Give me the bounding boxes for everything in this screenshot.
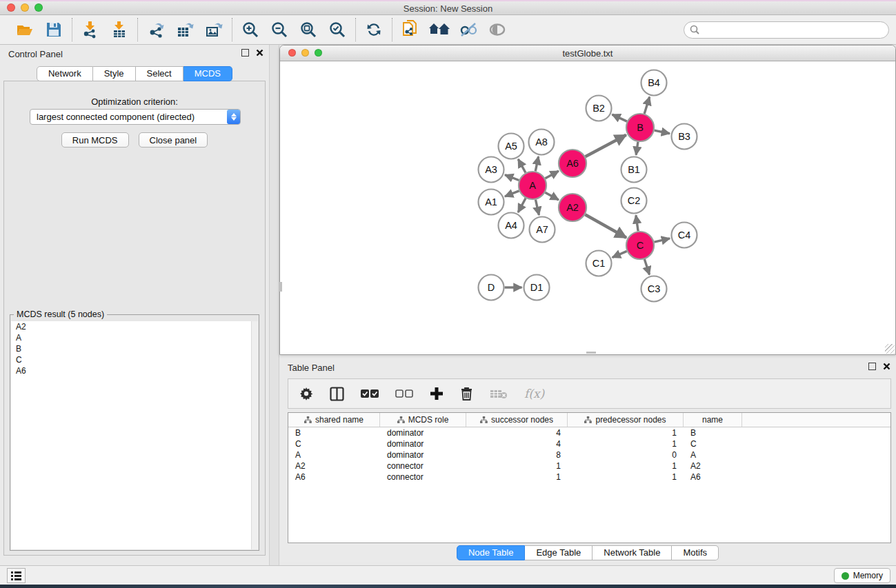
memory-button[interactable]: Memory — [834, 568, 890, 583]
graph-edge-A-A5[interactable] — [518, 159, 526, 173]
table-panel: Table Panel — [279, 358, 896, 562]
network-maximize-icon[interactable] — [315, 49, 322, 57]
graph-edge-B-B1[interactable] — [636, 142, 638, 155]
network-minimize-icon[interactable] — [301, 49, 309, 57]
canvas-h-scrollbar[interactable] — [586, 352, 596, 354]
zoom-in-button[interactable] — [239, 19, 261, 41]
graph-edge-A2-C[interactable] — [585, 214, 626, 237]
tab-node-table[interactable]: Node Table — [457, 545, 526, 560]
graph-edge-A-A4[interactable] — [518, 199, 526, 213]
tab-motifs[interactable]: Motifs — [672, 545, 719, 560]
tab-network-table[interactable]: Network Table — [593, 545, 672, 560]
column-header-predecessor-nodes[interactable]: predecessor nodes — [568, 413, 684, 427]
cell-successor-nodes: 4 — [466, 439, 568, 449]
table-settings-button[interactable] — [299, 387, 313, 401]
cell-name: A — [684, 450, 742, 460]
delete-column-button[interactable] — [460, 386, 473, 401]
graph-edge-A6-B[interactable] — [586, 135, 626, 156]
graph-edge-A-A8[interactable] — [535, 156, 538, 171]
show-columns-button[interactable] — [330, 387, 344, 401]
float-panel-icon[interactable] — [241, 49, 249, 57]
export-image-button[interactable] — [203, 19, 225, 41]
result-item-a2[interactable]: A2 — [11, 321, 258, 332]
table-row-a2[interactable]: A2connector11A2 — [288, 460, 890, 472]
show-eye-button[interactable] — [486, 19, 508, 41]
graph-edge-A-A2[interactable] — [545, 192, 558, 200]
deselect-all-button[interactable] — [395, 389, 413, 398]
result-item-a[interactable]: A — [11, 332, 258, 343]
column-header-name[interactable]: name — [684, 413, 742, 427]
graph-edge-C-C1[interactable] — [613, 251, 627, 257]
export-network-button[interactable] — [145, 19, 167, 41]
tab-network[interactable]: Network — [37, 66, 93, 81]
graph-edge-C-C3[interactable] — [644, 259, 649, 274]
maximize-window-icon[interactable] — [34, 3, 43, 12]
graph-edge-C-C4[interactable] — [654, 239, 670, 242]
network-window-title: testGlobe.txt — [280, 45, 895, 61]
close-window-icon[interactable] — [7, 3, 15, 12]
table-row-a[interactable]: Adominator80A — [288, 449, 890, 460]
table-row-c[interactable]: Cdominator41C — [288, 438, 890, 449]
zoom-selected-icon — [328, 21, 347, 39]
result-item-a6[interactable]: A6 — [11, 365, 258, 376]
table-row-a6[interactable]: A6connector11A6 — [288, 472, 890, 483]
home-button[interactable] — [428, 19, 450, 41]
column-header-successor-nodes[interactable]: successor nodes — [466, 413, 568, 427]
cell-successor-nodes: 8 — [466, 450, 568, 460]
graph-node-label-D1: D1 — [530, 282, 544, 293]
graph-edge-A-A3[interactable] — [505, 175, 519, 181]
graph-edge-B-B4[interactable] — [644, 97, 650, 114]
apply-layout-button[interactable] — [363, 19, 385, 41]
float-table-panel-icon[interactable] — [868, 363, 876, 370]
zoom-selected-button[interactable] — [326, 19, 348, 41]
close-table-panel-icon[interactable] — [883, 363, 890, 370]
eye-icon — [488, 22, 507, 37]
tab-mcds[interactable]: MCDS — [183, 66, 232, 81]
delete-table-button[interactable] — [490, 388, 508, 399]
task-history-button[interactable] — [7, 568, 26, 583]
graph-edge-B-B3[interactable] — [655, 130, 670, 134]
search-field[interactable] — [684, 21, 889, 39]
select-all-button[interactable] — [361, 389, 379, 398]
result-list-scrollbar[interactable] — [251, 321, 258, 549]
open-file-button[interactable] — [14, 19, 36, 41]
result-item-c[interactable]: C — [11, 354, 258, 365]
graph-edge-A-A7[interactable] — [535, 200, 539, 215]
tab-select[interactable]: Select — [136, 66, 183, 81]
save-session-button[interactable] — [43, 19, 65, 41]
table-row-b[interactable]: Bdominator41B — [288, 427, 890, 438]
close-panel-button[interactable]: Close panel — [139, 132, 208, 148]
graph-edge-A-A6[interactable] — [545, 171, 558, 179]
tab-edge-table[interactable]: Edge Table — [525, 545, 593, 560]
run-mcds-button[interactable]: Run MCDS — [61, 132, 129, 148]
zoom-fit-button[interactable] — [297, 19, 319, 41]
close-panel-icon[interactable] — [256, 49, 263, 57]
tab-style[interactable]: Style — [93, 66, 136, 81]
clone-network-button[interactable] — [399, 19, 421, 41]
hide-glasses-button[interactable] — [457, 19, 479, 41]
network-canvas[interactable]: AA1A2A3A4A5A6A7A8BB1B2B3B4CC1C2C3C4DD1 — [281, 62, 895, 354]
table-tabs: Node TableEdge TableNetwork TableMotifs — [279, 545, 896, 560]
control-panel-header: Control Panel — [0, 45, 269, 63]
result-item-b[interactable]: B — [11, 343, 258, 354]
column-header-shared-name[interactable]: shared name — [288, 413, 380, 427]
resize-grip[interactable] — [885, 344, 895, 354]
minimize-window-icon[interactable] — [21, 3, 29, 12]
network-window-titlebar[interactable]: testGlobe.txt — [280, 45, 895, 61]
import-network-button[interactable] — [79, 19, 101, 41]
graph-edge-B-B2[interactable] — [612, 114, 626, 121]
export-image-icon — [205, 21, 223, 39]
add-column-button[interactable] — [430, 387, 444, 401]
zoom-out-button[interactable] — [268, 19, 290, 41]
graph-edge-A-A1[interactable] — [505, 191, 519, 196]
network-close-icon[interactable] — [288, 49, 296, 57]
canvas-v-scrollbar[interactable] — [279, 282, 282, 292]
import-table-button[interactable] — [108, 19, 130, 41]
optimization-criterion-dropdown[interactable]: largest connected component (directed) — [30, 109, 241, 125]
search-input[interactable] — [702, 25, 883, 35]
panel-divider[interactable] — [269, 45, 279, 565]
column-header-MCDS-role[interactable]: MCDS role — [380, 413, 466, 427]
export-table-button[interactable] — [174, 19, 196, 41]
graph-edge-C-C2[interactable] — [636, 215, 638, 231]
function-builder-button[interactable]: f(x) — [524, 387, 544, 401]
